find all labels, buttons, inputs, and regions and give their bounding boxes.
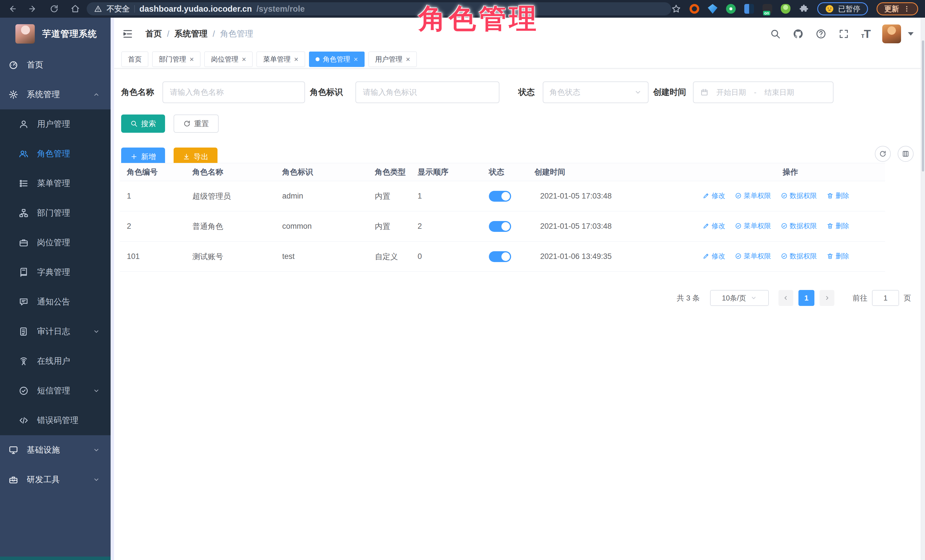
- sidebar-item-5[interactable]: 部门管理: [0, 198, 111, 228]
- action-delete[interactable]: 删除: [827, 221, 849, 230]
- close-icon[interactable]: ×: [242, 56, 246, 63]
- home-icon[interactable]: [71, 4, 80, 14]
- github-icon[interactable]: [793, 29, 804, 39]
- bookmark-star-icon[interactable]: [671, 4, 681, 14]
- tab-首页[interactable]: 首页: [121, 51, 148, 67]
- cell-role-name: 测试账号: [185, 242, 275, 272]
- action-menu-permission[interactable]: 菜单权限: [735, 191, 771, 200]
- extension-grid-icon[interactable]: [744, 4, 754, 14]
- sidebar-item-2[interactable]: 用户管理: [0, 110, 111, 139]
- action-delete[interactable]: 删除: [827, 252, 849, 261]
- sidebar-item-14[interactable]: 研发工具: [0, 465, 111, 494]
- action-menu-permission[interactable]: 菜单权限: [735, 252, 771, 261]
- status-toggle[interactable]: [489, 191, 511, 202]
- role-code-input[interactable]: [356, 81, 499, 103]
- action-edit[interactable]: 修改: [703, 191, 725, 200]
- action-data-permission[interactable]: 数据权限: [781, 221, 817, 230]
- close-icon[interactable]: ×: [354, 56, 358, 63]
- action-edit[interactable]: 修改: [703, 221, 725, 230]
- sidebar-item-6[interactable]: 岗位管理: [0, 228, 111, 258]
- tab-label: 角色管理: [323, 55, 350, 64]
- breadcrumb-system[interactable]: 系统管理: [175, 28, 208, 40]
- sidebar-item-4[interactable]: 菜单管理: [0, 169, 111, 198]
- user-avatar[interactable]: [882, 24, 901, 43]
- cell-role-type: 内置: [368, 211, 410, 242]
- sidebar-item-9[interactable]: 审计日志: [0, 317, 111, 346]
- window-scrollbar[interactable]: [921, 18, 925, 560]
- sidebar-item-7[interactable]: 字典管理: [0, 258, 111, 287]
- address-bar[interactable]: 不安全 dashboard.yudao.iocoder.cn /system/r…: [87, 2, 671, 15]
- tab-用户管理[interactable]: 用户管理×: [369, 51, 417, 67]
- kebab-menu-icon[interactable]: [903, 5, 910, 12]
- extension-orange-icon[interactable]: [690, 4, 699, 14]
- page-1-button[interactable]: 1: [798, 290, 814, 306]
- date-range-picker[interactable]: 开始日期 - 结束日期: [693, 81, 833, 103]
- sidebar-item-10[interactable]: 在线用户: [0, 346, 111, 376]
- forward-icon[interactable]: [29, 4, 38, 14]
- cell-role-status: [482, 211, 527, 242]
- extension-alien-icon[interactable]: [781, 4, 791, 14]
- users-icon: [19, 149, 29, 159]
- sidebar-item-0[interactable]: 首页: [0, 50, 111, 80]
- extensions-puzzle-icon[interactable]: [799, 4, 809, 14]
- extension-script-icon[interactable]: on: [762, 4, 772, 14]
- prev-page-button[interactable]: [779, 290, 793, 306]
- action-label: 菜单权限: [744, 252, 771, 261]
- close-icon[interactable]: ×: [406, 56, 410, 63]
- sidebar-item-3[interactable]: 角色管理: [0, 139, 111, 169]
- search-button-label: 搜索: [141, 119, 156, 129]
- search-button[interactable]: 搜索: [121, 114, 165, 133]
- action-menu-permission[interactable]: 菜单权限: [735, 221, 771, 230]
- refresh-table-button[interactable]: [875, 146, 891, 162]
- sms-check-icon: [19, 386, 29, 396]
- sidebar-menu: 首页系统管理用户管理角色管理菜单管理部门管理岗位管理字典管理通知公告审计日志在线…: [0, 50, 111, 494]
- browser-actions: on 已暂停 更新: [671, 2, 925, 15]
- extension-green-icon[interactable]: [726, 4, 736, 14]
- sidebar-item-12[interactable]: 错误码管理: [0, 405, 111, 435]
- status-toggle[interactable]: [489, 221, 511, 232]
- sidebar-collapse-icon[interactable]: [122, 28, 133, 40]
- reset-button[interactable]: 重置: [173, 114, 218, 133]
- circle-check-icon: [735, 253, 742, 260]
- gauge-icon: [9, 60, 18, 70]
- sidebar-item-11[interactable]: 短信管理: [0, 376, 111, 405]
- tab-岗位管理[interactable]: 岗位管理×: [204, 51, 253, 67]
- font-size-icon[interactable]: тT: [861, 28, 870, 41]
- tab-角色管理[interactable]: 角色管理×: [309, 51, 365, 67]
- close-icon[interactable]: ×: [294, 56, 298, 63]
- next-page-button[interactable]: [820, 290, 835, 306]
- export-button-label: 导出: [194, 152, 208, 162]
- page-size-select[interactable]: 10条/页: [710, 290, 769, 306]
- trash-icon: [827, 192, 833, 199]
- action-data-permission[interactable]: 数据权限: [781, 191, 817, 200]
- back-icon[interactable]: [8, 4, 17, 14]
- status-toggle[interactable]: [489, 251, 511, 262]
- status-select[interactable]: 角色状态: [543, 81, 648, 103]
- fullscreen-icon[interactable]: [838, 29, 849, 39]
- action-edit[interactable]: 修改: [703, 252, 725, 261]
- sidebar-item-1[interactable]: 系统管理: [0, 80, 111, 110]
- sidebar-scrollbar[interactable]: [111, 18, 114, 560]
- tab-部门管理[interactable]: 部门管理×: [152, 51, 200, 67]
- role-name-input[interactable]: [163, 81, 305, 103]
- header-search-icon[interactable]: [770, 29, 781, 39]
- breadcrumb-home[interactable]: 首页: [145, 28, 162, 40]
- column-settings-button[interactable]: [898, 146, 914, 162]
- reload-icon[interactable]: [50, 4, 59, 14]
- close-icon[interactable]: ×: [190, 56, 194, 63]
- avatar-caret-icon[interactable]: [908, 32, 914, 36]
- sidebar-item-13[interactable]: 基础设施: [0, 435, 111, 465]
- scrollbar-thumb[interactable]: [922, 41, 924, 171]
- sidebar-item-8[interactable]: 通知公告: [0, 287, 111, 317]
- cell-created-time: 2021-01-06 13:49:35: [527, 242, 696, 272]
- action-data-permission[interactable]: 数据权限: [781, 252, 817, 261]
- update-chip[interactable]: 更新: [877, 2, 918, 15]
- tab-菜单管理[interactable]: 菜单管理×: [256, 51, 305, 67]
- paused-chip[interactable]: 已暂停: [817, 2, 868, 15]
- tab-label: 部门管理: [159, 55, 186, 64]
- goto-page-input[interactable]: [872, 290, 899, 306]
- app-logo-row[interactable]: 芋道管理系统: [0, 18, 111, 50]
- extension-gem-icon[interactable]: [708, 4, 717, 14]
- docs-help-icon[interactable]: [815, 29, 826, 39]
- action-delete[interactable]: 删除: [827, 191, 849, 200]
